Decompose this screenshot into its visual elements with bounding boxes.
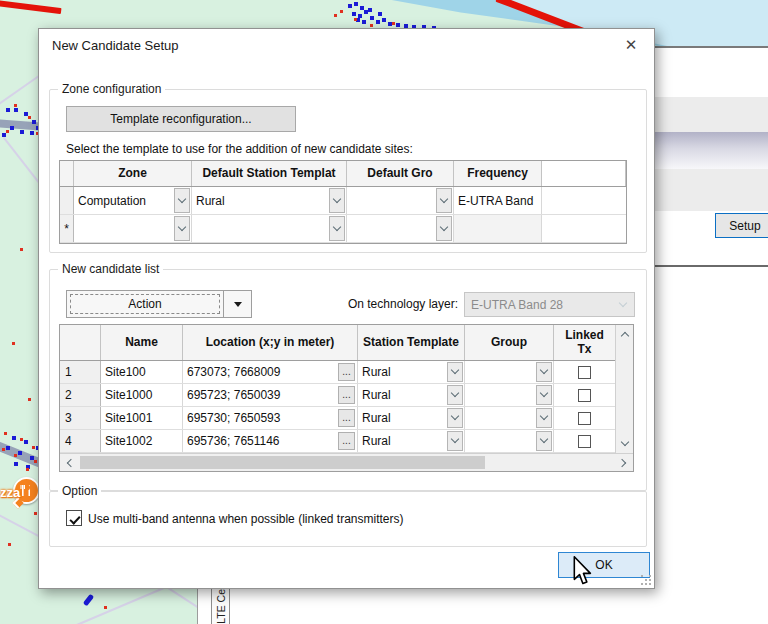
browse-button[interactable]: ... xyxy=(338,363,355,381)
close-icon: ✕ xyxy=(625,36,638,54)
option-group: Option Use multi-band antenna when possi… xyxy=(49,491,647,547)
row-number[interactable]: 1 xyxy=(60,361,101,383)
chevron-down-icon xyxy=(333,222,341,230)
map-road-minor xyxy=(45,587,165,624)
zone-combo-button[interactable] xyxy=(174,216,190,241)
station-template-combo-button[interactable] xyxy=(447,385,463,405)
linked-tx-checkbox[interactable] xyxy=(578,435,591,448)
map-road-minor xyxy=(3,137,42,186)
group-combo-button[interactable] xyxy=(536,408,552,428)
station-template-cell[interactable]: Rural xyxy=(358,430,465,452)
empty-cell xyxy=(542,215,626,242)
station-template-combo-button[interactable] xyxy=(447,408,463,428)
focus-rectangle xyxy=(70,294,220,314)
resize-grip[interactable] xyxy=(641,575,651,585)
map-dots-cluster-left-road xyxy=(6,108,10,112)
chevron-down-icon xyxy=(451,389,459,397)
group-combo-button[interactable] xyxy=(536,362,552,382)
browse-button[interactable]: ... xyxy=(338,409,355,427)
station-template-combo-button[interactable] xyxy=(329,216,345,241)
default-group-cell[interactable] xyxy=(347,187,454,214)
group-combo-button[interactable] xyxy=(536,431,552,451)
multiband-checkbox[interactable] xyxy=(66,510,82,526)
scroll-right-button[interactable] xyxy=(615,454,633,471)
template-reconfiguration-button[interactable]: Template reconfiguration... xyxy=(66,106,296,132)
group-cell[interactable] xyxy=(465,361,554,383)
scroll-left-button[interactable] xyxy=(60,454,78,471)
default-group-combo-button[interactable] xyxy=(436,216,452,241)
name-cell[interactable]: Site1001 xyxy=(101,407,183,429)
station-template-cell[interactable]: Rural xyxy=(192,187,347,214)
chevron-down-icon xyxy=(178,194,186,202)
horizontal-scroll-track[interactable] xyxy=(78,454,615,471)
group-cell[interactable] xyxy=(465,384,554,406)
location-cell[interactable]: 673073; 7668009 ... xyxy=(183,361,358,383)
station-template-value: Rural xyxy=(196,194,225,208)
zone-combo-button[interactable] xyxy=(174,188,190,213)
chevron-down-icon xyxy=(451,366,459,374)
candidate-table-header-row: Name Location (x;y in meter) Station Tem… xyxy=(60,325,615,361)
linked-tx-checkbox[interactable] xyxy=(578,366,591,379)
browse-button[interactable]: ... xyxy=(338,386,355,404)
technology-layer-combobox: E-UTRA Band 28 xyxy=(464,292,635,317)
name-cell[interactable]: Site1000 xyxy=(101,384,183,406)
location-value: 695736; 7651146 xyxy=(187,434,280,448)
station-template-value: Rural xyxy=(362,388,391,402)
row-number[interactable]: 3 xyxy=(60,407,101,429)
station-template-combo-button[interactable] xyxy=(329,188,345,213)
action-dropdown-button[interactable] xyxy=(224,290,252,318)
vertical-scroll-track[interactable] xyxy=(616,343,633,435)
station-template-cell[interactable]: Rural xyxy=(358,361,465,383)
location-value: 695723; 7650039 xyxy=(187,388,280,402)
close-button[interactable]: ✕ xyxy=(614,31,648,59)
table-row-new: * xyxy=(60,215,626,243)
location-cell[interactable]: 695730; 7650593 ... xyxy=(183,407,358,429)
station-template-combo-button[interactable] xyxy=(447,431,463,451)
frequency-cell[interactable]: E-UTRA Band xyxy=(454,187,542,214)
technology-layer-value: E-UTRA Band 28 xyxy=(471,298,563,312)
action-button[interactable]: Action xyxy=(66,290,224,318)
station-template-cell[interactable]: Rural xyxy=(358,384,465,406)
frequency-cell xyxy=(454,215,542,242)
default-group-cell[interactable] xyxy=(347,215,454,242)
name-cell[interactable]: Site1002 xyxy=(101,430,183,452)
scroll-up-button[interactable] xyxy=(616,325,633,343)
scroll-left-icon xyxy=(67,458,75,466)
row-selector[interactable] xyxy=(60,187,74,214)
linked-tx-checkbox[interactable] xyxy=(578,412,591,425)
default-group-combo-button[interactable] xyxy=(436,188,452,213)
group-cell[interactable] xyxy=(465,430,554,452)
scroll-down-icon xyxy=(620,438,628,446)
station-template-cell[interactable]: Rural xyxy=(358,407,465,429)
cand-col-name: Name xyxy=(101,325,183,360)
group-cell[interactable] xyxy=(465,407,554,429)
candidate-table-body: 1 Site100 673073; 7668009 ... Rural 2 xyxy=(60,361,615,453)
linked-tx-checkbox[interactable] xyxy=(578,389,591,402)
location-cell[interactable]: 695723; 7650039 ... xyxy=(183,384,358,406)
map-dots-red-poi xyxy=(4,432,7,435)
option-legend: Option xyxy=(58,484,101,498)
setup-button[interactable]: Setup xyxy=(715,213,768,238)
scroll-down-button[interactable] xyxy=(616,435,633,453)
zone-cell[interactable]: Computation xyxy=(74,187,192,214)
location-cell[interactable]: 695736; 7651146 ... xyxy=(183,430,358,452)
station-template-cell[interactable] xyxy=(192,215,347,242)
horizontal-scroll-thumb[interactable] xyxy=(80,456,485,469)
tab-lte-cells[interactable]: LTE Ce xyxy=(211,583,230,624)
station-template-combo-button[interactable] xyxy=(447,362,463,382)
row-number[interactable]: 4 xyxy=(60,430,101,452)
group-combo-button[interactable] xyxy=(536,385,552,405)
map-dots-red-scatter xyxy=(20,248,23,251)
new-row-marker[interactable]: * xyxy=(60,215,74,242)
zone-cell[interactable] xyxy=(74,215,192,242)
name-cell[interactable]: Site100 xyxy=(101,361,183,383)
horizontal-scrollbar xyxy=(60,453,633,471)
row-number[interactable]: 2 xyxy=(60,384,101,406)
dialog-title-bar[interactable]: New Candidate Setup ✕ xyxy=(39,29,654,61)
empty-cell xyxy=(542,187,626,214)
table-row: 4 Site1002 695736; 7651146 ... Rural xyxy=(60,430,615,453)
browse-button[interactable]: ... xyxy=(338,432,355,450)
zone-col-default-group: Default Gro xyxy=(347,161,454,186)
action-split-button: Action xyxy=(66,290,252,318)
map-road-red-topleft xyxy=(0,0,62,14)
